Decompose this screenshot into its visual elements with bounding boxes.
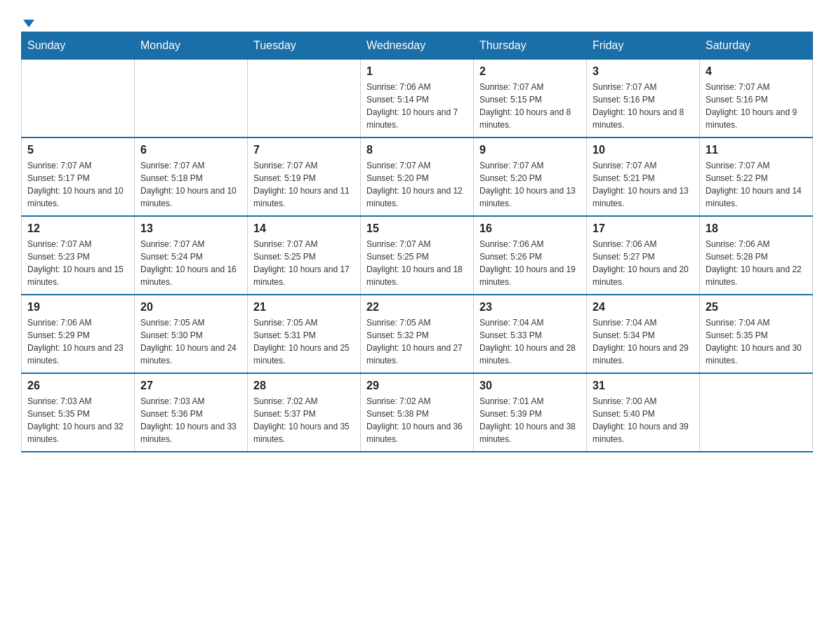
day-info: Sunrise: 7:07 AMSunset: 5:25 PMDaylight:… xyxy=(253,238,355,288)
day-number: 17 xyxy=(593,222,694,235)
calendar-cell: 21Sunrise: 7:05 AMSunset: 5:31 PMDayligh… xyxy=(248,295,361,373)
day-info: Sunrise: 7:06 AMSunset: 5:26 PMDaylight:… xyxy=(479,238,581,288)
day-info: Sunrise: 7:07 AMSunset: 5:25 PMDaylight:… xyxy=(366,238,468,288)
day-info: Sunrise: 7:07 AMSunset: 5:17 PMDaylight:… xyxy=(27,159,128,210)
calendar-cell: 6Sunrise: 7:07 AMSunset: 5:18 PMDaylight… xyxy=(135,137,248,216)
calendar-header-friday: Friday xyxy=(587,32,700,60)
day-info: Sunrise: 7:07 AMSunset: 5:19 PMDaylight:… xyxy=(253,159,355,210)
day-number: 31 xyxy=(593,380,694,392)
day-number: 28 xyxy=(253,380,355,392)
calendar-cell: 12Sunrise: 7:07 AMSunset: 5:23 PMDayligh… xyxy=(22,216,135,295)
day-number: 29 xyxy=(366,380,468,392)
calendar-cell: 11Sunrise: 7:07 AMSunset: 5:22 PMDayligh… xyxy=(700,137,813,216)
calendar-week-5: 26Sunrise: 7:03 AMSunset: 5:35 PMDayligh… xyxy=(22,373,813,452)
calendar-header-row: SundayMondayTuesdayWednesdayThursdayFrid… xyxy=(22,32,813,60)
day-info: Sunrise: 7:07 AMSunset: 5:22 PMDaylight:… xyxy=(706,159,807,210)
day-info: Sunrise: 7:03 AMSunset: 5:35 PMDaylight:… xyxy=(27,395,128,445)
calendar-table: SundayMondayTuesdayWednesdayThursdayFrid… xyxy=(21,32,813,452)
calendar-cell: 19Sunrise: 7:06 AMSunset: 5:29 PMDayligh… xyxy=(22,295,135,373)
day-number: 23 xyxy=(479,301,581,314)
logo-arrow-icon xyxy=(23,20,34,27)
calendar-week-4: 19Sunrise: 7:06 AMSunset: 5:29 PMDayligh… xyxy=(22,295,813,373)
calendar-cell: 1Sunrise: 7:06 AMSunset: 5:14 PMDaylight… xyxy=(361,60,474,138)
calendar-cell: 2Sunrise: 7:07 AMSunset: 5:15 PMDaylight… xyxy=(474,60,587,138)
page-header xyxy=(21,14,813,25)
day-info: Sunrise: 7:04 AMSunset: 5:33 PMDaylight:… xyxy=(479,316,581,367)
day-number: 15 xyxy=(366,222,468,235)
day-number: 24 xyxy=(593,301,694,314)
day-number: 2 xyxy=(479,65,581,78)
calendar-header-monday: Monday xyxy=(135,32,248,60)
day-info: Sunrise: 7:01 AMSunset: 5:39 PMDaylight:… xyxy=(479,395,581,445)
day-number: 21 xyxy=(253,301,355,314)
day-info: Sunrise: 7:07 AMSunset: 5:18 PMDaylight:… xyxy=(140,159,241,210)
day-number: 8 xyxy=(366,144,468,156)
calendar-cell: 14Sunrise: 7:07 AMSunset: 5:25 PMDayligh… xyxy=(248,216,361,295)
calendar-cell: 7Sunrise: 7:07 AMSunset: 5:19 PMDaylight… xyxy=(248,137,361,216)
calendar-cell: 18Sunrise: 7:06 AMSunset: 5:28 PMDayligh… xyxy=(700,216,813,295)
calendar-cell: 16Sunrise: 7:06 AMSunset: 5:26 PMDayligh… xyxy=(474,216,587,295)
day-info: Sunrise: 7:07 AMSunset: 5:20 PMDaylight:… xyxy=(366,159,468,210)
day-number: 18 xyxy=(706,222,807,235)
day-info: Sunrise: 7:02 AMSunset: 5:38 PMDaylight:… xyxy=(366,395,468,445)
calendar-cell: 26Sunrise: 7:03 AMSunset: 5:35 PMDayligh… xyxy=(22,373,135,452)
calendar-week-3: 12Sunrise: 7:07 AMSunset: 5:23 PMDayligh… xyxy=(22,216,813,295)
day-info: Sunrise: 7:07 AMSunset: 5:23 PMDaylight:… xyxy=(27,238,128,288)
calendar-cell: 3Sunrise: 7:07 AMSunset: 5:16 PMDaylight… xyxy=(587,60,700,138)
day-number: 5 xyxy=(27,144,128,156)
day-info: Sunrise: 7:07 AMSunset: 5:21 PMDaylight:… xyxy=(593,159,694,210)
day-number: 7 xyxy=(253,144,355,156)
calendar-cell: 17Sunrise: 7:06 AMSunset: 5:27 PMDayligh… xyxy=(587,216,700,295)
day-number: 13 xyxy=(140,222,241,235)
day-info: Sunrise: 7:02 AMSunset: 5:37 PMDaylight:… xyxy=(253,395,355,445)
day-number: 27 xyxy=(140,380,241,392)
day-info: Sunrise: 7:03 AMSunset: 5:36 PMDaylight:… xyxy=(140,395,241,445)
day-number: 11 xyxy=(706,144,807,156)
calendar-header-saturday: Saturday xyxy=(700,32,813,60)
calendar-cell: 27Sunrise: 7:03 AMSunset: 5:36 PMDayligh… xyxy=(135,373,248,452)
day-number: 22 xyxy=(366,301,468,314)
day-info: Sunrise: 7:05 AMSunset: 5:32 PMDaylight:… xyxy=(366,316,468,367)
calendar-cell: 30Sunrise: 7:01 AMSunset: 5:39 PMDayligh… xyxy=(474,373,587,452)
calendar-cell: 4Sunrise: 7:07 AMSunset: 5:16 PMDaylight… xyxy=(700,60,813,138)
calendar-cell: 10Sunrise: 7:07 AMSunset: 5:21 PMDayligh… xyxy=(587,137,700,216)
day-number: 6 xyxy=(140,144,241,156)
day-info: Sunrise: 7:06 AMSunset: 5:14 PMDaylight:… xyxy=(366,81,468,131)
day-number: 30 xyxy=(479,380,581,392)
day-number: 16 xyxy=(479,222,581,235)
logo xyxy=(21,14,34,25)
calendar-header-tuesday: Tuesday xyxy=(248,32,361,60)
day-info: Sunrise: 7:00 AMSunset: 5:40 PMDaylight:… xyxy=(593,395,694,445)
calendar-cell: 15Sunrise: 7:07 AMSunset: 5:25 PMDayligh… xyxy=(361,216,474,295)
calendar-week-1: 1Sunrise: 7:06 AMSunset: 5:14 PMDaylight… xyxy=(22,60,813,138)
day-number: 20 xyxy=(140,301,241,314)
calendar-header-thursday: Thursday xyxy=(474,32,587,60)
calendar-cell xyxy=(135,60,248,138)
calendar-cell: 28Sunrise: 7:02 AMSunset: 5:37 PMDayligh… xyxy=(248,373,361,452)
day-info: Sunrise: 7:04 AMSunset: 5:35 PMDaylight:… xyxy=(706,316,807,367)
calendar-header-wednesday: Wednesday xyxy=(361,32,474,60)
day-number: 4 xyxy=(706,65,807,78)
day-info: Sunrise: 7:04 AMSunset: 5:34 PMDaylight:… xyxy=(593,316,694,367)
calendar-cell: 8Sunrise: 7:07 AMSunset: 5:20 PMDaylight… xyxy=(361,137,474,216)
calendar-cell xyxy=(22,60,135,138)
day-info: Sunrise: 7:06 AMSunset: 5:27 PMDaylight:… xyxy=(593,238,694,288)
day-number: 10 xyxy=(593,144,694,156)
calendar-cell: 29Sunrise: 7:02 AMSunset: 5:38 PMDayligh… xyxy=(361,373,474,452)
day-number: 25 xyxy=(706,301,807,314)
calendar-cell: 22Sunrise: 7:05 AMSunset: 5:32 PMDayligh… xyxy=(361,295,474,373)
calendar-cell xyxy=(700,373,813,452)
day-number: 12 xyxy=(27,222,128,235)
calendar-cell: 25Sunrise: 7:04 AMSunset: 5:35 PMDayligh… xyxy=(700,295,813,373)
day-info: Sunrise: 7:07 AMSunset: 5:20 PMDaylight:… xyxy=(479,159,581,210)
day-info: Sunrise: 7:07 AMSunset: 5:16 PMDaylight:… xyxy=(593,81,694,131)
calendar-week-2: 5Sunrise: 7:07 AMSunset: 5:17 PMDaylight… xyxy=(22,137,813,216)
calendar-cell: 24Sunrise: 7:04 AMSunset: 5:34 PMDayligh… xyxy=(587,295,700,373)
calendar-cell: 5Sunrise: 7:07 AMSunset: 5:17 PMDaylight… xyxy=(22,137,135,216)
day-number: 26 xyxy=(27,380,128,392)
day-info: Sunrise: 7:07 AMSunset: 5:24 PMDaylight:… xyxy=(140,238,241,288)
calendar-cell: 20Sunrise: 7:05 AMSunset: 5:30 PMDayligh… xyxy=(135,295,248,373)
day-info: Sunrise: 7:06 AMSunset: 5:28 PMDaylight:… xyxy=(706,238,807,288)
day-info: Sunrise: 7:07 AMSunset: 5:16 PMDaylight:… xyxy=(706,81,807,131)
calendar-cell: 9Sunrise: 7:07 AMSunset: 5:20 PMDaylight… xyxy=(474,137,587,216)
